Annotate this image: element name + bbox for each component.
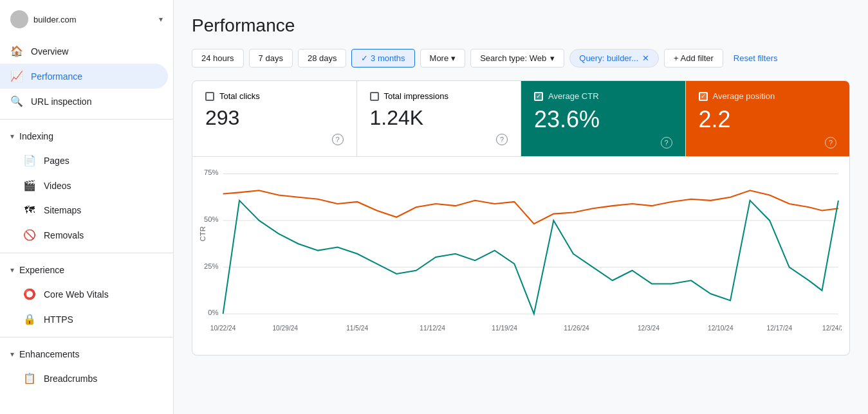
experience-section-header[interactable]: ▾ Experience [0, 258, 173, 282]
sidebar-item-label-https: HTTPS [44, 314, 73, 325]
metric-value-impressions: 1.24K [370, 106, 508, 130]
chart-container: 75% 50% 25% 0% CTR 10/22/24 10/29/24 11/… [200, 167, 842, 347]
sidebar-item-videos[interactable]: 🎬 Videos [0, 173, 168, 198]
metric-label-clicks: Total clicks [219, 91, 260, 101]
filter-3m[interactable]: ✓ 3 months [351, 49, 414, 68]
help-icon-position[interactable]: ? [825, 137, 836, 148]
expand-icon-indexing: ▾ [10, 132, 14, 141]
sidebar-item-removals[interactable]: 🚫 Removals [0, 222, 168, 248]
divider-2 [0, 253, 173, 253]
sidebar-item-label-overview: Overview [31, 46, 68, 57]
metric-card-total-impressions[interactable]: Total impressions 1.24K ? [357, 81, 522, 156]
metric-help-position: ? [699, 137, 837, 148]
home-icon: 🏠 [10, 45, 23, 57]
help-icon-ctr[interactable]: ? [661, 137, 672, 148]
site-selector[interactable]: builder.com ▾ [0, 5, 173, 39]
filter-7d[interactable]: 7 days [249, 49, 293, 68]
expand-icon-enhancements: ▾ [10, 350, 14, 359]
svg-text:CTR: CTR [200, 226, 207, 241]
svg-text:10/29/24: 10/29/24 [272, 325, 298, 332]
svg-text:12/24/24: 12/24/24 [822, 325, 842, 332]
checkmark-icon: ✓ [361, 53, 368, 63]
metric-header-ctr: ✓ Average CTR [534, 91, 672, 101]
svg-text:12/3/24: 12/3/24 [638, 325, 660, 332]
metrics-row: Total clicks 293 ? Total impressions 1.2… [192, 80, 850, 157]
metric-card-average-position[interactable]: ✓ Average position 2.2 ? [686, 81, 850, 156]
sidebar-item-url-inspection[interactable]: 🔍 URL inspection [0, 89, 168, 114]
search-icon: 🔍 [10, 95, 23, 107]
metric-card-average-ctr[interactable]: ✓ Average CTR 23.6% ? [521, 81, 686, 156]
svg-text:0%: 0% [208, 309, 218, 316]
query-filter-label: Query: builder... [579, 53, 638, 63]
sidebar-item-performance[interactable]: 📈 Performance [0, 64, 168, 89]
sidebar-item-overview[interactable]: 🏠 Overview [0, 39, 168, 64]
sidebar-item-pages[interactable]: 📄 Pages [0, 148, 168, 173]
breadcrumbs-icon: 📋 [23, 372, 36, 384]
core-web-vitals-icon: ⭕ [23, 288, 36, 300]
filter-3m-label: 3 months [371, 53, 405, 63]
https-icon: 🔒 [23, 313, 36, 325]
sidebar-item-https[interactable]: 🔒 HTTPS [0, 307, 168, 332]
sidebar-item-label-removals: Removals [44, 230, 84, 240]
help-icon-impressions[interactable]: ? [496, 134, 508, 145]
metric-help-impressions: ? [370, 134, 508, 145]
metric-label-ctr: Average CTR [548, 91, 599, 101]
metric-card-total-clicks[interactable]: Total clicks 293 ? [192, 81, 357, 156]
main-content: Performance 24 hours 7 days 28 days ✓ 3 … [174, 0, 868, 414]
metric-label-position: Average position [713, 91, 775, 101]
indexing-section-header[interactable]: ▾ Indexing [0, 125, 173, 148]
sidebar-item-sitemaps[interactable]: 🗺 Sitemaps [0, 198, 168, 222]
sidebar-item-label-videos: Videos [44, 181, 71, 191]
filter-more-label: More [430, 53, 449, 63]
search-type-label: Search type: Web [480, 53, 546, 63]
chart-area: 75% 50% 25% 0% CTR 10/22/24 10/29/24 11/… [192, 157, 850, 356]
svg-text:12/17/24: 12/17/24 [767, 325, 793, 332]
chevron-down-icon: ▾ [159, 15, 163, 24]
metric-value-clicks: 293 [205, 106, 344, 130]
filter-24h[interactable]: 24 hours [192, 49, 244, 68]
removals-icon: 🚫 [23, 229, 36, 241]
svg-text:12/10/24: 12/10/24 [708, 325, 734, 332]
sidebar-item-label-sitemaps: Sitemaps [44, 205, 81, 215]
sidebar-item-core-web-vitals[interactable]: ⭕ Core Web Vitals [0, 282, 168, 307]
search-type-filter[interactable]: Search type: Web ▾ [470, 49, 564, 68]
search-type-chevron-icon: ▾ [550, 53, 555, 63]
close-filter-icon[interactable]: ✕ [642, 53, 649, 63]
checkbox-ctr[interactable]: ✓ [534, 92, 543, 101]
metric-header-clicks: Total clicks [205, 91, 344, 101]
metric-label-impressions: Total impressions [384, 91, 448, 101]
svg-text:50%: 50% [204, 215, 218, 223]
add-filter-button[interactable]: + Add filter [664, 49, 723, 68]
sidebar-item-label-breadcrumbs: Breadcrumbs [44, 374, 97, 384]
filter-bar: 24 hours 7 days 28 days ✓ 3 months More … [192, 49, 850, 68]
sidebar-item-label-core-web-vitals: Core Web Vitals [44, 289, 109, 300]
sidebar: builder.com ▾ 🏠 Overview 📈 Performance 🔍… [0, 0, 174, 414]
metric-header-impressions: Total impressions [370, 91, 508, 101]
page-title: Performance [192, 15, 850, 36]
query-filter-chip[interactable]: Query: builder... ✕ [569, 49, 659, 68]
divider-1 [0, 119, 173, 120]
checkbox-clicks[interactable] [205, 92, 214, 101]
svg-text:25%: 25% [204, 262, 218, 270]
reset-filters-button[interactable]: Reset filters [728, 50, 783, 67]
enhancements-label: Enhancements [19, 349, 79, 359]
site-name: builder.com [33, 15, 154, 24]
help-icon-clicks[interactable]: ? [332, 134, 344, 145]
site-avatar [10, 10, 28, 28]
checkbox-impressions[interactable] [370, 92, 379, 101]
metric-value-position: 2.2 [699, 106, 837, 133]
sidebar-item-label-performance: Performance [31, 71, 82, 82]
filter-28d[interactable]: 28 days [298, 49, 347, 68]
sidebar-item-breadcrumbs[interactable]: 📋 Breadcrumbs [0, 366, 168, 391]
svg-text:10/22/24: 10/22/24 [210, 325, 236, 332]
enhancements-section-header[interactable]: ▾ Enhancements [0, 343, 173, 366]
metric-value-ctr: 23.6% [534, 106, 672, 133]
filter-more[interactable]: More ▾ [420, 49, 466, 68]
dropdown-icon: ▾ [451, 53, 456, 63]
checkbox-position[interactable]: ✓ [699, 92, 708, 101]
svg-text:11/12/24: 11/12/24 [420, 325, 445, 332]
sidebar-item-label-pages: Pages [44, 156, 69, 166]
metric-help-clicks: ? [205, 134, 344, 145]
experience-label: Experience [19, 265, 64, 275]
sidebar-item-label-url-inspection: URL inspection [31, 96, 91, 107]
